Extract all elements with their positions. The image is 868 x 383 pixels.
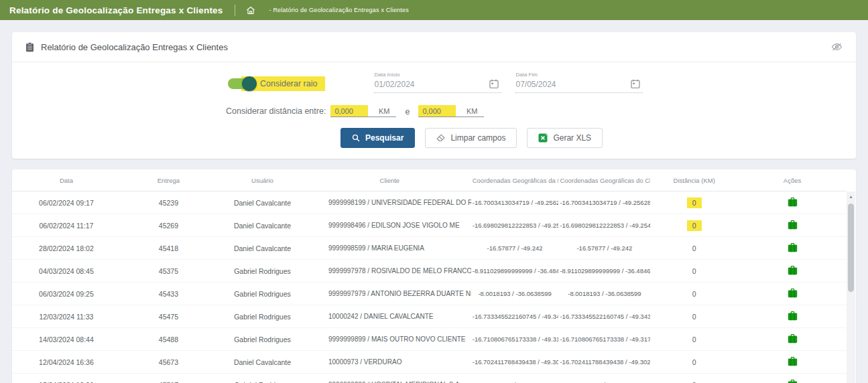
calendar-icon[interactable] bbox=[489, 79, 499, 88]
cell-distancia: 0 bbox=[650, 192, 738, 214]
filter-row-buttons: Pesquisar Limpar campos bbox=[12, 128, 856, 148]
cell-acoes bbox=[738, 260, 847, 283]
distance-value: 0 bbox=[687, 334, 702, 345]
cell-entrega: 45269 bbox=[121, 214, 216, 237]
cell-data: 06/02/2024 09:17 bbox=[12, 192, 121, 214]
export-xls-button[interactable]: Gerar XLS bbox=[527, 128, 603, 148]
cell-coord-cliente: -16.7003413034719 / -49.2562877 bbox=[558, 192, 650, 214]
cell-coord-entrega: -8.0018193 / -36.0638599 bbox=[471, 283, 559, 305]
col-usuario: Usuário bbox=[216, 169, 308, 192]
distance-max-unit: KM bbox=[456, 107, 485, 117]
distance-label: Considerar distância entre: bbox=[226, 106, 326, 117]
cell-coord-entrega: -16.710806765173338 / -49.31778 bbox=[471, 328, 559, 351]
table-scrollbar[interactable]: ▲ bbox=[847, 192, 855, 383]
cell-usuario: Gabriel Rodrigues bbox=[216, 260, 308, 283]
table-row: 14/03/2024 08:44 45488 Gabriel Rodrigues… bbox=[12, 328, 847, 351]
col-coord-cliente: Coordenadas Geográficas do Cliente bbox=[558, 169, 650, 192]
cell-entrega: 45488 bbox=[121, 328, 216, 351]
cell-distancia: 0 bbox=[650, 305, 738, 328]
briefcase-icon[interactable] bbox=[788, 198, 798, 207]
cell-acoes bbox=[738, 328, 847, 351]
cell-distancia: 0 bbox=[650, 328, 738, 351]
arrow-up-icon[interactable]: ▲ bbox=[847, 192, 855, 201]
table-row: 12/03/2024 11:33 45475 Gabriel Rodrigues… bbox=[12, 305, 847, 328]
cell-cliente: 9999997978 / ROSIVALDO DE MELO FRANCO bbox=[308, 260, 471, 283]
radius-toggle[interactable] bbox=[228, 78, 255, 89]
cell-acoes bbox=[738, 351, 847, 374]
cell-data: 12/03/2024 11:33 bbox=[12, 305, 121, 328]
home-icon[interactable] bbox=[246, 6, 255, 15]
cell-coord-entrega: -16.57877 / -49.242 bbox=[471, 237, 559, 260]
cell-data: 15/04/2024 10:06 bbox=[12, 374, 121, 383]
col-cliente: Cliente bbox=[308, 169, 471, 192]
distance-max-input[interactable]: 0,000 KM bbox=[418, 105, 484, 117]
cell-coord-cliente: -8.911029899999999 / -36.4846218 bbox=[558, 260, 650, 283]
distance-value: 0 bbox=[687, 220, 702, 231]
distance-min-input[interactable]: 0,000 KM bbox=[330, 105, 396, 117]
col-coord-entrega: Coordenadas Geográficas da Entrega bbox=[471, 169, 559, 192]
briefcase-icon[interactable] bbox=[788, 334, 798, 343]
col-acoes: Ações bbox=[738, 169, 847, 192]
cell-data: 14/03/2024 08:44 bbox=[12, 328, 121, 351]
date-start-value: 01/02/2024 bbox=[374, 80, 501, 89]
cell-coord-cliente: -8.0018193 / -36.0638599 bbox=[558, 283, 650, 305]
cell-coord-entrega: -16.702411788439438 / -49.3021 bbox=[471, 351, 559, 374]
cell-usuario: Daniel Cavalcante bbox=[216, 237, 308, 260]
cell-distancia: 0 bbox=[650, 214, 738, 237]
table-row: 06/02/2024 09:17 45239 Daniel Cavalcante… bbox=[12, 192, 847, 214]
cell-coord-entrega: -8.911029899999999 / -36.48462 bbox=[471, 260, 559, 283]
calendar-icon[interactable] bbox=[631, 79, 640, 88]
col-distancia: Distância (KM) bbox=[650, 169, 738, 192]
distance-value: 0 bbox=[687, 243, 702, 254]
filter-card: Relatório de Geolocalização Entregas x C… bbox=[12, 32, 856, 159]
cell-distancia: 0 bbox=[650, 283, 738, 305]
distance-value: 0 bbox=[687, 311, 702, 322]
date-end-field[interactable]: Data Fim 07/05/2024 bbox=[515, 72, 643, 93]
cell-cliente: 10000973 / VERDURAO bbox=[308, 351, 471, 374]
cell-data: 06/03/2024 09:25 bbox=[12, 283, 121, 305]
distance-min-unit: KM bbox=[368, 107, 397, 117]
briefcase-icon[interactable] bbox=[788, 289, 798, 298]
magnifier-icon bbox=[352, 134, 360, 142]
table-row: 28/02/2024 18:02 45418 Daniel Cavalcante… bbox=[12, 237, 847, 260]
date-end-label: Data Fim bbox=[515, 72, 643, 78]
cell-coord-cliente: -16.698029812222853 / -49.25490 bbox=[558, 214, 650, 237]
content: Relatório de Geolocalização Entregas x C… bbox=[0, 20, 868, 383]
briefcase-icon[interactable] bbox=[788, 220, 798, 230]
cell-acoes bbox=[738, 192, 847, 214]
cell-data: 04/03/2024 08:45 bbox=[12, 260, 121, 283]
distance-value: 0 bbox=[687, 198, 702, 208]
cell-acoes bbox=[738, 374, 847, 383]
page-title: Relatório de Geolocalização Entregas x C… bbox=[0, 5, 223, 15]
cell-usuario: Gabriel Rodrigues bbox=[216, 328, 308, 351]
briefcase-icon[interactable] bbox=[788, 243, 798, 252]
briefcase-icon[interactable] bbox=[788, 266, 798, 275]
cell-entrega: 45517 bbox=[121, 374, 216, 383]
date-start-field[interactable]: Data Início 01/02/2024 bbox=[374, 72, 501, 93]
table-body: 06/02/2024 09:17 45239 Daniel Cavalcante… bbox=[12, 192, 847, 383]
col-data: Data bbox=[12, 169, 121, 192]
date-start-label: Data Início bbox=[374, 72, 501, 78]
cell-cliente: 9999998496 / EDILSON JOSE VIGOLO ME bbox=[308, 214, 471, 237]
cell-coord-cliente: -16.733345522160745 / -49.343476 bbox=[558, 305, 650, 328]
cell-data: 06/02/2024 11:17 bbox=[12, 214, 121, 237]
table-row: 06/03/2024 09:25 45433 Gabriel Rodrigues… bbox=[12, 283, 847, 305]
briefcase-icon[interactable] bbox=[788, 311, 798, 321]
cell-data: 12/04/2024 16:36 bbox=[12, 351, 121, 374]
distance-value: 0 bbox=[687, 380, 702, 383]
cell-entrega: 45433 bbox=[121, 283, 216, 305]
date-end-value: 07/05/2024 bbox=[515, 80, 643, 89]
cell-cliente: 9999997979 / ANTONIO BEZERRA DUARTE NETO bbox=[308, 283, 471, 305]
briefcase-icon[interactable] bbox=[788, 357, 798, 366]
col-entrega: Entrega bbox=[121, 169, 216, 192]
clear-fields-button[interactable]: Limpar campos bbox=[425, 128, 517, 148]
topbar-divider bbox=[235, 5, 235, 16]
radius-toggle-knob bbox=[242, 76, 257, 91]
briefcase-icon[interactable] bbox=[788, 380, 798, 383]
cell-coord-entrega: -16.7003413034719 / -49.256287 bbox=[471, 192, 559, 214]
scrollbar-thumb[interactable] bbox=[848, 204, 854, 292]
search-button[interactable]: Pesquisar bbox=[340, 128, 415, 148]
results-table: Data Entrega Usuário Cliente Coordenadas… bbox=[12, 169, 847, 383]
eye-slash-icon[interactable] bbox=[831, 42, 843, 52]
cell-entrega: 45418 bbox=[121, 237, 216, 260]
